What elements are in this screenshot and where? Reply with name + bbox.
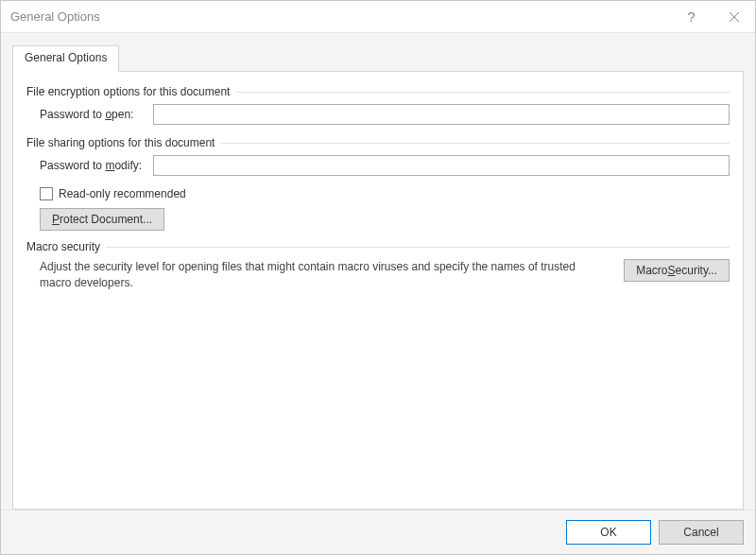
- window-title: General Options: [10, 9, 100, 24]
- dialog-footer: OK Cancel: [1, 510, 755, 554]
- titlebar: General Options ?: [1, 1, 755, 33]
- password-modify-label: Password to modify:: [40, 159, 153, 172]
- general-options-dialog: General Options ? General Options File e…: [0, 0, 756, 555]
- section-macro: Macro security: [26, 240, 730, 253]
- help-icon[interactable]: ?: [670, 1, 713, 32]
- readonly-checkbox[interactable]: [40, 187, 53, 200]
- macro-security-button[interactable]: Macro Security...: [624, 259, 730, 282]
- password-open-input[interactable]: [153, 104, 730, 125]
- password-open-row: Password to open:: [40, 104, 730, 125]
- cancel-button[interactable]: Cancel: [659, 520, 744, 545]
- window-controls: ?: [670, 1, 755, 32]
- protect-document-wrap: Protect Document...: [40, 208, 730, 231]
- password-open-label: Password to open:: [40, 108, 153, 121]
- close-icon[interactable]: [713, 1, 755, 32]
- protect-document-button[interactable]: Protect Document...: [40, 208, 164, 231]
- readonly-row[interactable]: Read-only recommended: [40, 187, 730, 200]
- section-sharing: File sharing options for this document: [26, 136, 730, 149]
- password-modify-input[interactable]: [153, 155, 730, 176]
- macro-row: Adjust the security level for opening fi…: [40, 259, 730, 291]
- password-modify-row: Password to modify:: [40, 155, 730, 176]
- tab-panel: File encryption options for this documen…: [12, 71, 744, 510]
- section-encryption: File encryption options for this documen…: [26, 85, 730, 98]
- dialog-body: General Options File encryption options …: [1, 33, 755, 510]
- tabs: General Options: [12, 44, 744, 71]
- ok-button[interactable]: OK: [566, 520, 651, 545]
- macro-description: Adjust the security level for opening fi…: [40, 259, 605, 291]
- tab-general-options[interactable]: General Options: [12, 45, 119, 72]
- readonly-label: Read-only recommended: [59, 187, 186, 200]
